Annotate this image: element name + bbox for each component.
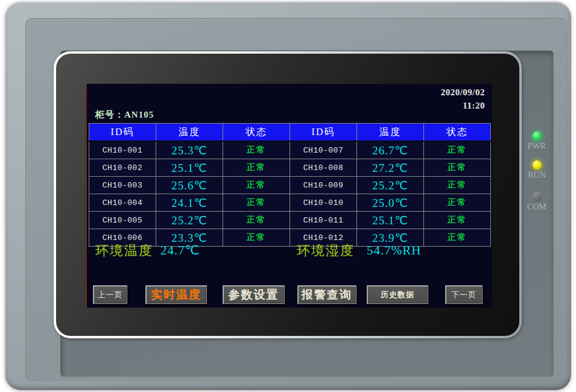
channel-temp: 25.2℃ xyxy=(156,212,223,229)
param-settings-button[interactable]: 参数设置 xyxy=(223,285,285,304)
header-id-right: ID码 xyxy=(290,124,357,142)
prev-page-button[interactable]: 上一页 xyxy=(93,285,127,304)
time-display: 11:20 xyxy=(463,101,485,111)
channel-temp: 25.0℃ xyxy=(357,194,424,212)
cabinet-number-label: 柜号：AN105 xyxy=(95,109,154,121)
hmi-panel-photo: 2020/09/02 11:20 柜号：AN105 ID码 温度 状态 ID码 … xyxy=(0,0,576,392)
channel-status: 正常 xyxy=(223,159,290,177)
next-page-button[interactable]: 下一页 xyxy=(445,285,483,304)
pwr-led-label: PWR xyxy=(525,142,549,151)
channel-status: 正常 xyxy=(223,194,290,212)
channel-temp: 25.3℃ xyxy=(156,141,223,159)
power-led-icon xyxy=(533,131,542,141)
channel-id: CH10-010 xyxy=(290,194,357,212)
channel-id: CH10-008 xyxy=(290,159,357,177)
channel-status: 正常 xyxy=(223,141,290,159)
date-display: 2020/09/02 xyxy=(441,87,485,98)
channel-temp: 25.2℃ xyxy=(357,177,424,194)
channel-temp: 24.1℃ xyxy=(156,194,223,212)
ambient-humidity-value: 54.7%RH xyxy=(367,243,421,258)
alarm-query-button[interactable]: 报警查询 xyxy=(297,285,356,304)
table-row: CH10-004 24.1℃ 正常 CH10-010 25.0℃ 正常 xyxy=(89,194,491,212)
channel-status: 正常 xyxy=(424,159,491,177)
table-row: CH10-001 25.3℃ 正常 CH10-007 26.7℃ 正常 xyxy=(89,141,491,159)
channel-temp: 25.1℃ xyxy=(156,159,223,177)
ambient-temp-label: 环境温度 xyxy=(95,242,153,260)
channel-temp: 26.7℃ xyxy=(357,141,424,159)
ambient-readings: 环境温度 24.7℃ 环境湿度 54.7%RH xyxy=(87,242,492,260)
channel-id: CH10-011 xyxy=(290,212,357,229)
channel-status: 正常 xyxy=(424,141,491,159)
header-id-left: ID码 xyxy=(89,124,156,142)
channel-temp: 25.1℃ xyxy=(357,212,424,229)
table-row: CH10-003 25.6℃ 正常 CH10-009 25.2℃ 正常 xyxy=(89,177,491,194)
run-led-label: RUN xyxy=(525,171,549,180)
channel-status: 正常 xyxy=(223,212,290,229)
header-status-left: 状态 xyxy=(223,124,290,142)
com-led-icon xyxy=(533,192,542,201)
lcd-screen: 2020/09/02 11:20 柜号：AN105 ID码 温度 状态 ID码 … xyxy=(86,84,492,308)
run-led-icon xyxy=(533,160,542,169)
channel-temp: 27.2℃ xyxy=(357,159,424,177)
channel-temp: 25.6℃ xyxy=(156,177,223,194)
channel-id: CH10-005 xyxy=(89,212,156,229)
com-led-label: COM xyxy=(525,203,549,212)
channel-id: CH10-007 xyxy=(290,141,357,159)
com-led-group: COM xyxy=(525,192,549,212)
header-temp-left: 温度 xyxy=(156,124,223,142)
channel-id: CH10-009 xyxy=(290,177,357,194)
channel-id: CH10-002 xyxy=(89,159,156,177)
header-status-right: 状态 xyxy=(424,124,491,142)
channel-status: 正常 xyxy=(424,177,491,194)
channel-id: CH10-004 xyxy=(89,194,156,212)
channel-status: 正常 xyxy=(424,212,491,229)
channel-status: 正常 xyxy=(223,177,290,194)
channel-id: CH10-003 xyxy=(89,177,156,194)
ambient-temp-value: 24.7℃ xyxy=(160,243,200,258)
ambient-humidity-label: 环境湿度 xyxy=(297,242,355,260)
header-temp-right: 温度 xyxy=(357,124,424,142)
history-data-button[interactable]: 历史数据 xyxy=(367,285,428,304)
run-led-group: RUN xyxy=(525,160,549,180)
temperature-table: ID码 温度 状态 ID码 温度 状态 CH10-001 25.3℃ 正常 CH… xyxy=(89,123,491,247)
channel-id: CH10-001 xyxy=(89,141,156,159)
realtime-temp-button[interactable]: 实时温度 xyxy=(145,285,207,304)
pwr-led-group: PWR xyxy=(525,131,549,151)
table-row: CH10-002 25.1℃ 正常 CH10-008 27.2℃ 正常 xyxy=(89,159,491,177)
table-row: CH10-005 25.2℃ 正常 CH10-011 25.1℃ 正常 xyxy=(89,212,491,229)
channel-status: 正常 xyxy=(424,194,491,212)
table-header-row: ID码 温度 状态 ID码 温度 状态 xyxy=(89,124,491,142)
